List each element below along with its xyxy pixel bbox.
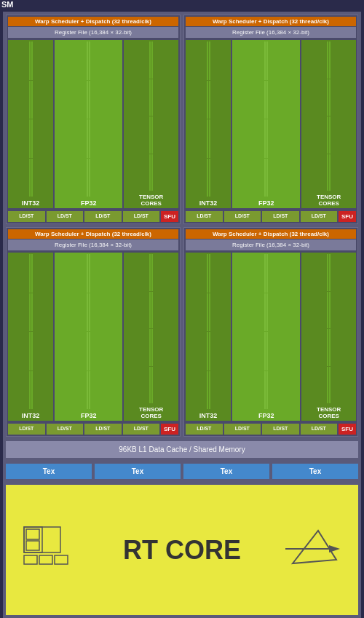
ld-st-4-3: LD/ST — [262, 424, 299, 435]
svg-rect-6 — [55, 555, 68, 564]
tensor-block-3: TENSORCORES — [124, 253, 178, 421]
int32-block-4: INT32 — [186, 253, 231, 421]
register-file-3: Register File (16,384 × 32-bit) — [8, 239, 178, 250]
compute-units-1: INT32 FP3 — [8, 40, 178, 208]
int32-label-2: INT32 — [199, 198, 218, 208]
ld-st-1-3: LD/ST — [84, 211, 122, 222]
fp32-label-4: FP32 — [258, 411, 274, 421]
ld-st-3-2: LD/ST — [47, 424, 84, 435]
int32-block-3: INT32 — [8, 253, 53, 421]
tensor-block-1: TENSORCORES — [124, 40, 178, 208]
warp-scheduler-3: Warp Scheduler + Dispatch (32 thread/clk… — [8, 229, 178, 239]
tensor-label-1: TENSORCORES — [139, 192, 163, 208]
warp-scheduler-4: Warp Scheduler + Dispatch (32 thread/clk… — [186, 229, 356, 239]
tex-row: Tex Tex Tex Tex — [6, 464, 358, 479]
sfu-3: SFU — [161, 424, 178, 435]
ld-st-4-4: LD/ST — [301, 424, 338, 435]
sm-label: SM — [1, 0, 14, 9]
ld-st-1-4: LD/ST — [123, 211, 160, 222]
ld-st-3-3: LD/ST — [84, 424, 122, 435]
compute-units-3: INT32 FP32 — [8, 253, 178, 421]
svg-rect-2 — [26, 529, 39, 539]
ld-st-2-4: LD/ST — [301, 211, 338, 222]
ld-st-1-2: LD/ST — [47, 211, 84, 222]
sfu-2: SFU — [339, 211, 356, 222]
ld-st-4-2: LD/ST — [224, 424, 261, 435]
sm-inner: Warp Scheduler + Dispatch (32 thread/clk… — [3, 12, 361, 618]
rt-core-bvh-icon — [20, 523, 79, 577]
tensor-label-2: TENSORCORES — [317, 192, 341, 208]
tensor-label-4: TENSORCORES — [317, 405, 341, 421]
fp32-label-1: FP32 — [81, 198, 97, 208]
ld-st-row-4: LD/ST LD/ST LD/ST LD/ST SFU — [186, 424, 356, 435]
svg-rect-4 — [24, 555, 37, 564]
register-file-4: Register File (16,384 × 32-bit) — [186, 239, 356, 250]
rt-core-ray-icon — [285, 527, 344, 574]
ld-st-2-2: LD/ST — [224, 211, 261, 222]
l1-cache: 96KB L1 Data Cache / Shared Memory — [6, 441, 358, 458]
tex-1: Tex — [6, 464, 92, 479]
svg-marker-9 — [329, 545, 340, 552]
ld-st-1-1: LD/ST — [8, 211, 45, 222]
fp32-block-4: FP32 — [232, 253, 300, 421]
quadrant-1: Warp Scheduler + Dispatch (32 thread/clk… — [6, 15, 181, 224]
ld-st-4-1: LD/ST — [186, 424, 223, 435]
fp32-label-2: FP32 — [258, 198, 274, 208]
sm-container: SM Warp Scheduler + Dispatch (32 thread/… — [0, 0, 364, 618]
warp-scheduler-1: Warp Scheduler + Dispatch (32 thread/clk… — [8, 17, 178, 26]
quadrant-2: Warp Scheduler + Dispatch (32 thread/clk… — [183, 15, 358, 224]
ld-st-2-1: LD/ST — [186, 211, 223, 222]
rt-core-section: RT CORE — [6, 485, 358, 615]
tex-3: Tex — [183, 464, 269, 479]
ld-st-3-4: LD/ST — [123, 424, 160, 435]
register-file-2: Register File (16,384 × 32-bit) — [186, 27, 356, 38]
four-quadrants: Warp Scheduler + Dispatch (32 thread/clk… — [6, 15, 358, 437]
ld-st-row-3: LD/ST LD/ST LD/ST LD/ST SFU — [8, 424, 178, 435]
fp32-block-1: FP32 — [55, 40, 122, 208]
int32-block-1: INT32 — [8, 40, 53, 208]
compute-units-4: INT32 FP32 — [186, 253, 356, 421]
fp32-block-3: FP32 — [55, 253, 122, 421]
int32-block-2: INT32 — [186, 40, 231, 208]
register-file-1: Register File (16,384 × 32-bit) — [8, 27, 178, 38]
int32-label-1: INT32 — [22, 198, 40, 208]
ld-st-row-1: LD/ST LD/ST LD/ST LD/ST SFU — [8, 211, 178, 222]
tensor-label-3: TENSORCORES — [139, 405, 163, 421]
ld-st-2-3: LD/ST — [262, 211, 299, 222]
ld-st-3-1: LD/ST — [8, 424, 45, 435]
warp-scheduler-2: Warp Scheduler + Dispatch (32 thread/clk… — [186, 17, 356, 26]
int32-label-3: INT32 — [22, 411, 40, 421]
tensor-block-2: TENSORCORES — [301, 40, 356, 208]
tensor-block-4: TENSORCORES — [301, 253, 356, 421]
quadrant-4: Warp Scheduler + Dispatch (32 thread/clk… — [183, 227, 358, 437]
fp32-block-2: FP32 — [232, 40, 300, 208]
svg-rect-3 — [26, 541, 39, 550]
sfu-4: SFU — [339, 424, 356, 435]
sfu-1: SFU — [161, 211, 178, 222]
quadrant-3: Warp Scheduler + Dispatch (32 thread/clk… — [6, 227, 181, 437]
ld-st-row-2: LD/ST LD/ST LD/ST LD/ST SFU — [186, 211, 356, 222]
compute-units-2: INT32 FP32 — [186, 40, 356, 208]
tex-4: Tex — [272, 464, 358, 479]
fp32-label-3: FP32 — [81, 411, 97, 421]
rt-core-label: RT CORE — [123, 535, 241, 566]
int32-label-4: INT32 — [199, 411, 218, 421]
tex-2: Tex — [95, 464, 181, 479]
svg-rect-5 — [39, 555, 52, 564]
